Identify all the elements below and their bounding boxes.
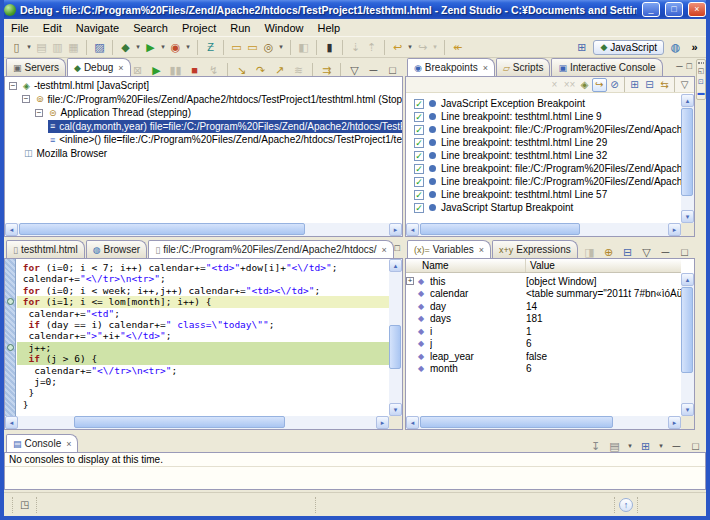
debug-icon[interactable]: ◆ bbox=[118, 38, 133, 56]
breakpoint-marker-icon[interactable] bbox=[7, 298, 14, 305]
debug-tree-row[interactable]: −⊚file:/C:/Program%20Files/Zend/Apache2/… bbox=[5, 93, 402, 107]
last-edit-location-icon[interactable]: ↞ bbox=[450, 38, 465, 56]
breakpoint-row[interactable]: ✓Line breakpoint: testhtml.html Line 57 bbox=[406, 188, 681, 201]
variable-row[interactable]: ◆calendar<table summary="2011t 7#bn«ìóÀü… bbox=[406, 288, 681, 301]
scroll-left-icon[interactable]: ◂ bbox=[406, 223, 419, 236]
editor-annotation-ruler[interactable] bbox=[5, 259, 16, 416]
scroll-left-icon[interactable]: ◂ bbox=[5, 416, 18, 429]
close-tab-icon[interactable]: × bbox=[66, 439, 71, 449]
restore-view-icon[interactable]: ◱ bbox=[698, 67, 705, 75]
maximize-window-button[interactable]: □ bbox=[665, 2, 683, 17]
debug-perspective-icon[interactable]: ◍ bbox=[668, 38, 683, 56]
fast-view-toggle-icon[interactable]: ◳ bbox=[17, 499, 32, 510]
open-perspective-icon[interactable]: ⊞ bbox=[574, 38, 589, 56]
scroll-right-icon[interactable]: ▸ bbox=[668, 223, 681, 236]
breakpoint-checkbox[interactable]: ✓ bbox=[414, 190, 424, 200]
debug-tab-servers[interactable]: ▣Servers bbox=[6, 58, 66, 76]
menu-project[interactable]: Project bbox=[175, 21, 223, 35]
grip-handle[interactable] bbox=[698, 62, 704, 64]
collapse-all-icon[interactable]: ⊟ bbox=[642, 78, 657, 92]
back-dropdown-icon[interactable]: ▾ bbox=[406, 38, 414, 56]
new-dropdown-icon[interactable]: ▾ bbox=[25, 38, 33, 56]
link-with-debug-view-icon[interactable]: ⇆ bbox=[657, 78, 672, 92]
scrollbar-thumb[interactable] bbox=[19, 223, 305, 235]
breakpoint-row[interactable]: ✓Line breakpoint: file:/C:/Program%20Fil… bbox=[406, 123, 681, 136]
tree-expander-icon[interactable]: − bbox=[9, 82, 17, 90]
scroll-down-icon[interactable]: ▾ bbox=[389, 403, 402, 416]
menu-file[interactable]: File bbox=[4, 21, 36, 35]
scroll-up-icon[interactable]: ▴ bbox=[681, 94, 694, 107]
scroll-up-icon[interactable]: ▴ bbox=[389, 259, 402, 272]
minimized-view-b-icon[interactable]: ▬ bbox=[698, 89, 705, 97]
breakpoints-tab-interactive-console[interactable]: ▣Interactive Console bbox=[551, 58, 662, 76]
new-wizard-icon[interactable]: ▯ bbox=[9, 38, 24, 56]
scrollbar-thumb[interactable] bbox=[389, 325, 401, 369]
scroll-right-icon[interactable]: ▸ bbox=[389, 223, 402, 236]
search-icon[interactable]: ◎ bbox=[261, 38, 276, 56]
tree-expander-icon[interactable]: − bbox=[22, 95, 30, 103]
tree-expander-icon[interactable]: + bbox=[406, 277, 414, 285]
variables-vertical-scrollbar[interactable]: ▴ ▾ bbox=[681, 273, 694, 416]
expand-all-icon[interactable]: ⊞ bbox=[627, 78, 642, 92]
breakpoint-row[interactable]: ✓Line breakpoint: file:/C:/Program%20Fil… bbox=[406, 175, 681, 188]
perspective-javascript-button[interactable]: ◆ JavaScript bbox=[593, 40, 664, 55]
menu-run[interactable]: Run bbox=[223, 21, 257, 35]
scroll-right-icon[interactable]: ▸ bbox=[376, 416, 389, 429]
breakpoint-checkbox[interactable]: ✓ bbox=[414, 151, 424, 161]
skip-all-breakpoints-icon[interactable]: ⊘ bbox=[607, 78, 622, 92]
search-dropdown-icon[interactable]: ▾ bbox=[277, 38, 285, 56]
breakpoint-marker-icon[interactable] bbox=[7, 344, 14, 351]
breakpoint-checkbox[interactable]: ✓ bbox=[414, 125, 424, 135]
menu-search[interactable]: Search bbox=[126, 21, 175, 35]
menu-window[interactable]: Window bbox=[257, 21, 310, 35]
maximize-editor-icon[interactable]: □ bbox=[395, 243, 400, 253]
debug-tree-row[interactable]: ≡<inline>() file=file:/C:/Program%20File… bbox=[5, 133, 402, 147]
scroll-up-icon[interactable]: ▴ bbox=[681, 273, 694, 286]
breakpoint-checkbox[interactable]: ✓ bbox=[414, 164, 424, 174]
profile-dropdown-icon[interactable]: ▾ bbox=[184, 38, 192, 56]
debug-tree-row[interactable]: −⊜Application Thread (stepping) bbox=[5, 106, 402, 120]
close-tab-icon[interactable]: × bbox=[483, 63, 488, 73]
stack-frame-row-selected[interactable]: ≡cal(day,month,year) file=file:/C:/Progr… bbox=[5, 120, 402, 134]
editor-tab-browser[interactable]: ◍Browser bbox=[86, 240, 148, 258]
view-menu-icon[interactable]: ▽ bbox=[677, 78, 692, 92]
debug-tab-debug[interactable]: ◆Debug× bbox=[67, 58, 131, 76]
breakpoints-tab-breakpoints[interactable]: ◉Breakpoints× bbox=[407, 58, 495, 76]
minimize-view-icon[interactable]: ─ bbox=[676, 61, 682, 71]
scroll-up-status-icon[interactable]: ↑ bbox=[619, 498, 633, 512]
variables-tab-expressions[interactable]: x+yExpressions bbox=[492, 240, 578, 258]
new-server-icon[interactable]: ▨ bbox=[92, 38, 107, 56]
open-resource-icon[interactable]: ▭ bbox=[245, 38, 260, 56]
close-tab-icon[interactable]: × bbox=[118, 63, 123, 73]
close-window-button[interactable]: × bbox=[688, 2, 706, 17]
breakpoints-tab-scripts[interactable]: ▱Scripts bbox=[496, 58, 550, 76]
run-icon[interactable]: ▶ bbox=[143, 38, 158, 56]
variable-row[interactable]: ◆day14 bbox=[406, 300, 681, 313]
scroll-left-icon[interactable]: ◂ bbox=[406, 416, 419, 429]
variable-row[interactable]: ◆month6 bbox=[406, 363, 681, 376]
breakpoint-checkbox[interactable]: ✓ bbox=[414, 138, 424, 148]
minimized-view-a-icon[interactable]: ⊡ bbox=[698, 78, 704, 86]
scroll-down-icon[interactable]: ▾ bbox=[681, 210, 694, 223]
editor-vertical-scrollbar[interactable]: ▴ ▾ bbox=[389, 259, 402, 416]
scrollbar-thumb[interactable] bbox=[681, 287, 693, 373]
scrollbar-thumb[interactable] bbox=[420, 416, 613, 428]
maximize-view-icon[interactable]: □ bbox=[687, 61, 692, 71]
scrollbar-thumb[interactable] bbox=[74, 416, 285, 428]
run-dropdown-icon[interactable]: ▾ bbox=[159, 38, 167, 56]
go-to-file-for-breakpoint-icon[interactable]: ↪ bbox=[592, 78, 607, 92]
breakpoint-checkbox[interactable]: ✓ bbox=[414, 177, 424, 187]
variable-row[interactable]: ◆j6 bbox=[406, 338, 681, 351]
debug-dropdown-icon[interactable]: ▾ bbox=[134, 38, 142, 56]
tree-expander-icon[interactable]: − bbox=[35, 109, 43, 117]
variable-row[interactable]: ◆days181 bbox=[406, 313, 681, 326]
menu-navigate[interactable]: Navigate bbox=[69, 21, 126, 35]
scroll-right-icon[interactable]: ▸ bbox=[668, 416, 681, 429]
menu-help[interactable]: Help bbox=[311, 21, 348, 35]
variable-row[interactable]: +◆this[object Window] bbox=[406, 275, 681, 288]
breakpoints-vertical-scrollbar[interactable]: ▴ ▾ bbox=[681, 94, 694, 223]
bookmark-icon[interactable]: ▮ bbox=[322, 38, 337, 56]
breakpoint-checkbox[interactable]: ✓ bbox=[414, 99, 424, 109]
breakpoint-row[interactable]: ✓JavaScript Startup Breakpoint bbox=[406, 201, 681, 214]
editor-tab-file-c-program-20files-zend-apache2-htdocs[interactable]: ▯file:/C:/Program%20Files/Zend/Apache2/h… bbox=[148, 240, 394, 258]
